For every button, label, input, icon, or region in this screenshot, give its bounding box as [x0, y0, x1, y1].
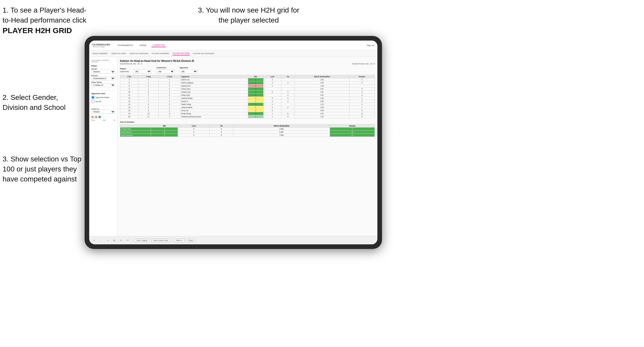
colour-section: Colour by Win/loss Down Level Up: [91, 108, 115, 121]
table-row: 9 1 4 Sharon Mun 1 3.67 3: [120, 88, 375, 91]
table-row: 3 1 1 Esther Lee 1 0 1.50 4: [120, 78, 375, 81]
grid-btn[interactable]: ⊞: [112, 239, 117, 242]
nav-logo: SCOREBOARD Powered by clippd: [92, 43, 110, 47]
panel-title: Katelyn Vo Head-to-Head Grid for Women's…: [120, 60, 375, 62]
view-original-btn[interactable]: View: Original: [135, 239, 149, 242]
logo-text: SCOREBOARD: [92, 43, 110, 46]
out-of-division-table: Win Loss Tie Diff Av Strokes/Rnd Rounds …: [120, 124, 375, 137]
tablet-frame: SCOREBOARD Powered by clippd TOURNAMENTS…: [85, 36, 382, 249]
division-record: Division Record: 331 - 34 - 6: [352, 63, 375, 65]
colour-by-select[interactable]: Win/loss: [91, 110, 115, 114]
table-row: 15 8 5 Stella Cheng 1 0 1.25 4: [120, 103, 375, 106]
table-row: 14 7 4 Eunice Yi 2 2 0 0.38 9: [120, 100, 375, 103]
gender-select[interactable]: Women's: [91, 70, 115, 74]
opponent-filter: Opponent (All): [179, 67, 197, 73]
colour-dots: [91, 116, 115, 118]
subnav-player-summary[interactable]: PLAYER SUMMARY: [152, 52, 169, 55]
back-btn[interactable]: ←: [98, 239, 103, 242]
share-btn[interactable]: Share: [187, 239, 195, 242]
opponent-view-radios: Opponents Played Top 100: [91, 96, 115, 103]
division-select[interactable]: NCAA Division III: [91, 76, 115, 80]
panel-subtitle: Overall Record: 353 - 34 - 6 Division Re…: [120, 63, 375, 65]
table-row: 20 11 7 Federica Domecq Lacroze 2 1 0 1.…: [120, 115, 375, 118]
nav-committee[interactable]: COMMITTEE: [152, 43, 166, 47]
main-content: Last Updated: 27/03/2024 16:55:38 Player…: [89, 57, 377, 236]
out-of-division-header: Out of division: [120, 121, 375, 123]
player-rank-label: Player (Rank): [91, 81, 115, 83]
subnav-team-summary[interactable]: TEAM SUMMARY: [92, 52, 108, 55]
division-label: Division: [91, 75, 115, 76]
subnav-team-h2h-grid[interactable]: TEAM H2H GRID: [111, 52, 126, 55]
tablet-screen: SCOREBOARD Powered by clippd TOURNAMENTS…: [89, 41, 377, 244]
table-row: 6 3 3 Sydney Kuo 0 1 -1.00: [120, 84, 375, 88]
redo-btn[interactable]: ↪: [105, 239, 110, 242]
data-panel: Katelyn Vo Head-to-Head Grid for Women's…: [117, 57, 377, 236]
nav-tournaments[interactable]: TOURNAMENTS: [116, 44, 134, 47]
col-reg: # Reg: [138, 75, 158, 78]
timestamp: Last Updated: 27/03/2024 16:55:38: [91, 60, 115, 63]
table-row: 19 10 6 Emily Chang 4 1 0 0.30 11: [120, 112, 375, 115]
col-conf: # Conf: [158, 75, 180, 78]
filter-area: Region Opponents: (All) Conference (All): [120, 67, 375, 73]
conference-filter: Conference (All): [156, 67, 174, 73]
watch-btn[interactable]: Watch ▾: [174, 239, 185, 242]
radio-opponents-played[interactable]: Opponents Played: [91, 96, 115, 99]
separator1: [132, 238, 133, 243]
col-div: # Div: [120, 75, 138, 78]
table-row: 16 3 1 Jessica Mason 1 2 0 -0.94 7: [120, 106, 375, 109]
timer-btn[interactable]: ⏱: [125, 239, 130, 242]
dot-up: [98, 116, 101, 118]
conference-select[interactable]: (All): [156, 70, 174, 73]
opponent-select[interactable]: (All): [179, 70, 197, 73]
colour-by-label: Colour by: [91, 108, 115, 110]
player-section-label: Player: [91, 65, 115, 67]
save-custom-btn[interactable]: Save Custom View: [151, 239, 170, 242]
undo-btn[interactable]: ↩: [92, 239, 96, 242]
region-filter: Region Opponents: (All): [120, 68, 151, 73]
out-table-row: NAIA Division 1 15 0 0 9.267 30: [120, 131, 375, 134]
step1-bold-text: PLAYER H2H GRID: [3, 26, 72, 35]
dot-down: [91, 116, 94, 118]
table-row: 11 2 5 Heejo Hyun 1 0 3.33 3: [120, 94, 375, 97]
nav-bar: SCOREBOARD Powered by clippd TOURNAMENTS…: [89, 41, 377, 50]
out-table-row: NCAA Division 2 5 0 0 7.400 10: [120, 134, 375, 137]
colour-legend: Down Level Up: [91, 119, 115, 121]
subnav-player-h2h-heatmap[interactable]: PLAYER H2H HEATMAP: [193, 52, 214, 55]
step2-text: 2. Select Gender, Division and School: [3, 93, 66, 111]
nav-sign-out[interactable]: Sign out: [367, 44, 374, 46]
table-row: 18 2 2 Euna Lee 2 2 -5.00 2: [120, 109, 375, 112]
col-loss: Loss: [263, 75, 281, 78]
col-rounds: Rounds: [349, 75, 375, 78]
main-data-table: # Div # Reg # Conf Opponent Win Loss Tie…: [120, 75, 375, 118]
table-row: 13 1 1 Jessica Huang 1 0 0 -3.00 2: [120, 97, 375, 100]
table-row: 5 2 2 Alexis Sudjianto 1 0 0 4.00 3: [120, 81, 375, 84]
instruction-step2: 2. Select Gender, Division and School: [3, 92, 82, 112]
bottom-toolbar: ↩ ← ↪ ⊞ ↺ ⏱ View: Original Save Custom V…: [89, 236, 377, 244]
step3-bottom-text: 3. Show selection vs Top 100 or just pla…: [3, 155, 82, 183]
overall-record: Overall Record: 353 - 34 - 6: [120, 63, 142, 65]
out-table-row: Foreign Team 1 0 0 4.500 2: [120, 128, 375, 131]
instruction-step1: 1. To see a Player's Head-to-Head perfor…: [3, 5, 90, 36]
opponent-view-label: Opponent view: [91, 92, 115, 95]
nav-teams[interactable]: TEAMS: [138, 44, 148, 47]
instruction-step3-top: 3. You will now see H2H grid for the pla…: [195, 5, 303, 25]
col-win: Win: [248, 75, 264, 78]
table-row: 10 6 3 Andrea York 2 0 0 4.00 4: [120, 91, 375, 94]
sidebar: Last Updated: 27/03/2024 16:55:38 Player…: [89, 57, 117, 236]
gender-label: Gender: [91, 68, 115, 70]
subnav-player-h2h-grid[interactable]: PLAYER H2H GRID: [173, 52, 190, 55]
logo-sub-text: Powered by clippd: [92, 46, 110, 47]
subnav-team-h2h-heatmap[interactable]: TEAM H2H HEATMAP: [129, 52, 149, 55]
region-select[interactable]: (All): [133, 70, 151, 73]
radio-top100[interactable]: Top 100: [91, 100, 115, 103]
col-tie: Tie: [281, 75, 295, 78]
step1-title-text: 1. To see a Player's Head-to-Head perfor…: [3, 6, 86, 24]
instruction-step3-bottom: 3. Show selection vs Top 100 or just pla…: [3, 154, 82, 184]
step3-top-text: 3. You will now see H2H grid for the pla…: [198, 6, 299, 24]
refresh-btn[interactable]: ↺: [119, 239, 123, 242]
player-rank-select[interactable]: 8. Katelyn Vo: [91, 83, 115, 87]
col-diff: Diff Av Strokes/Rnd: [295, 75, 349, 78]
separator2: [172, 238, 172, 243]
col-opponent: Opponent: [180, 75, 248, 78]
dot-level: [95, 116, 97, 118]
